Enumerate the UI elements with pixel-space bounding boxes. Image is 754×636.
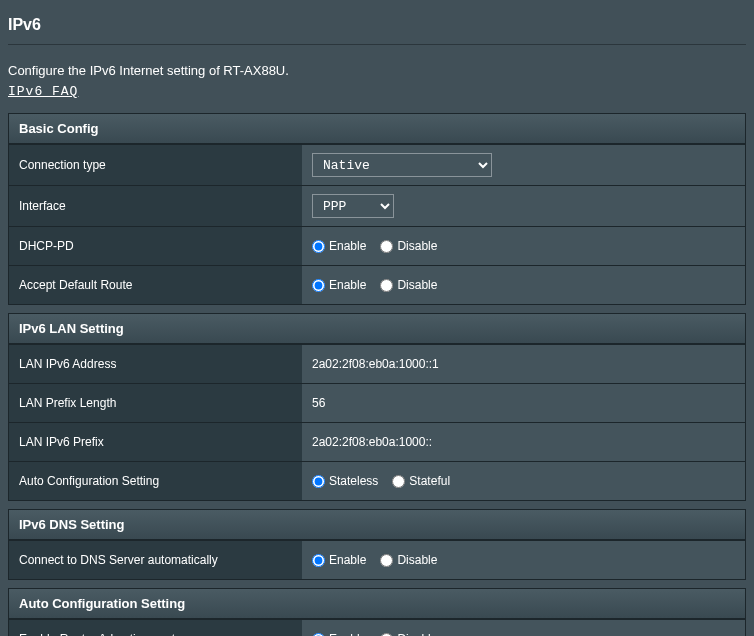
section-dns-setting: IPv6 DNS Setting Connect to DNS Server a… — [8, 509, 746, 580]
section-header-basic: Basic Config — [9, 114, 745, 144]
section-header-dns: IPv6 DNS Setting — [9, 510, 745, 540]
row-connect-dns: Connect to DNS Server automatically Enab… — [9, 540, 745, 579]
stateful-label: Stateful — [409, 474, 450, 488]
section-header-lan: IPv6 LAN Setting — [9, 314, 745, 344]
enable-label: Enable — [329, 278, 366, 292]
enable-label: Enable — [329, 553, 366, 567]
label-interface: Interface — [9, 186, 302, 226]
value-enable-ra: Enable Disable — [302, 620, 745, 636]
disable-label: Disable — [397, 278, 437, 292]
row-lan-addr: LAN IPv6 Address 2a02:2f08:eb0a:1000::1 — [9, 344, 745, 383]
section-basic-config: Basic Config Connection type Native Inte… — [8, 113, 746, 305]
dns-enable-radio[interactable] — [312, 554, 325, 567]
page-description: Configure the IPv6 Internet setting of R… — [8, 63, 746, 78]
connection-type-select[interactable]: Native — [312, 153, 492, 177]
page-title: IPv6 — [8, 8, 746, 44]
section-auto-conf: Auto Configuration Setting Enable Router… — [8, 588, 746, 636]
row-enable-ra: Enable Router Advertisement Enable Disab… — [9, 619, 745, 636]
value-connect-dns: Enable Disable — [302, 541, 745, 579]
ra-disable-option[interactable]: Disable — [380, 632, 437, 636]
dhcp-pd-disable-option[interactable]: Disable — [380, 239, 437, 253]
dhcp-pd-disable-radio[interactable] — [380, 240, 393, 253]
label-lan-addr: LAN IPv6 Address — [9, 345, 302, 383]
value-lan-prefix: 2a02:2f08:eb0a:1000:: — [302, 423, 745, 461]
disable-label: Disable — [397, 632, 437, 636]
label-connect-dns: Connect to DNS Server automatically — [9, 541, 302, 579]
disable-label: Disable — [397, 553, 437, 567]
enable-label: Enable — [329, 632, 366, 636]
adr-disable-option[interactable]: Disable — [380, 278, 437, 292]
row-accept-default-route: Accept Default Route Enable Disable — [9, 265, 745, 304]
dns-disable-option[interactable]: Disable — [380, 553, 437, 567]
dhcp-pd-enable-option[interactable]: Enable — [312, 239, 366, 253]
section-header-auto: Auto Configuration Setting — [9, 589, 745, 619]
label-accept-default-route: Accept Default Route — [9, 266, 302, 304]
adr-enable-radio[interactable] — [312, 279, 325, 292]
value-dhcp-pd: Enable Disable — [302, 227, 745, 265]
disable-label: Disable — [397, 239, 437, 253]
dhcp-pd-enable-radio[interactable] — [312, 240, 325, 253]
label-enable-ra: Enable Router Advertisement — [9, 620, 302, 636]
stateless-label: Stateless — [329, 474, 378, 488]
row-lan-prefix: LAN IPv6 Prefix 2a02:2f08:eb0a:1000:: — [9, 422, 745, 461]
value-auto-conf: Stateless Stateful — [302, 462, 745, 500]
stateful-option[interactable]: Stateful — [392, 474, 450, 488]
ra-enable-option[interactable]: Enable — [312, 632, 366, 636]
enable-label: Enable — [329, 239, 366, 253]
divider — [8, 44, 746, 45]
interface-select[interactable]: PPP — [312, 194, 394, 218]
row-dhcp-pd: DHCP-PD Enable Disable — [9, 226, 745, 265]
value-connection-type: Native — [302, 145, 745, 185]
dns-enable-option[interactable]: Enable — [312, 553, 366, 567]
adr-disable-radio[interactable] — [380, 279, 393, 292]
label-lan-prefix: LAN IPv6 Prefix — [9, 423, 302, 461]
row-interface: Interface PPP — [9, 185, 745, 226]
label-lan-prefix-len: LAN Prefix Length — [9, 384, 302, 422]
label-connection-type: Connection type — [9, 145, 302, 185]
value-lan-prefix-len: 56 — [302, 384, 745, 422]
value-accept-default-route: Enable Disable — [302, 266, 745, 304]
row-auto-conf: Auto Configuration Setting Stateless Sta… — [9, 461, 745, 500]
stateful-radio[interactable] — [392, 475, 405, 488]
ipv6-faq-link[interactable]: IPv6 FAQ — [8, 84, 78, 99]
stateless-option[interactable]: Stateless — [312, 474, 378, 488]
row-lan-prefix-len: LAN Prefix Length 56 — [9, 383, 745, 422]
label-auto-conf: Auto Configuration Setting — [9, 462, 302, 500]
value-interface: PPP — [302, 186, 745, 226]
dns-disable-radio[interactable] — [380, 554, 393, 567]
stateless-radio[interactable] — [312, 475, 325, 488]
ra-disable-radio[interactable] — [380, 633, 393, 637]
label-dhcp-pd: DHCP-PD — [9, 227, 302, 265]
ra-enable-radio[interactable] — [312, 633, 325, 637]
value-lan-addr: 2a02:2f08:eb0a:1000::1 — [302, 345, 745, 383]
adr-enable-option[interactable]: Enable — [312, 278, 366, 292]
section-lan-setting: IPv6 LAN Setting LAN IPv6 Address 2a02:2… — [8, 313, 746, 501]
row-connection-type: Connection type Native — [9, 144, 745, 185]
